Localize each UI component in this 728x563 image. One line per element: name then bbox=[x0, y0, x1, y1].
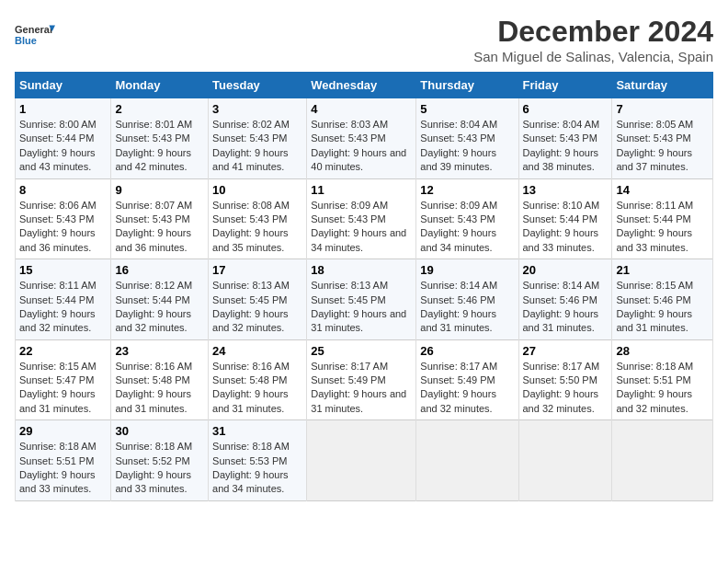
day-daylight: Daylight: 9 hours and 38 minutes. bbox=[523, 147, 599, 172]
day-sunrise: Sunrise: 8:10 AM bbox=[523, 200, 600, 211]
weekday-header: Thursday bbox=[416, 73, 518, 98]
day-sunrise: Sunrise: 8:17 AM bbox=[420, 361, 497, 372]
day-sunset: Sunset: 5:50 PM bbox=[523, 374, 597, 385]
calendar-week-row: 22 Sunrise: 8:15 AM Sunset: 5:47 PM Dayl… bbox=[16, 339, 713, 420]
day-sunset: Sunset: 5:44 PM bbox=[115, 294, 189, 305]
day-sunset: Sunset: 5:48 PM bbox=[115, 374, 189, 385]
day-number: 8 bbox=[19, 183, 107, 197]
day-daylight: Daylight: 9 hours and 31 minutes. bbox=[115, 388, 191, 413]
day-sunset: Sunset: 5:45 PM bbox=[311, 294, 385, 305]
weekday-header-row: SundayMondayTuesdayWednesdayThursdayFrid… bbox=[16, 73, 713, 98]
day-sunset: Sunset: 5:43 PM bbox=[616, 132, 690, 144]
day-number: 5 bbox=[420, 102, 514, 116]
day-sunset: Sunset: 5:43 PM bbox=[311, 213, 385, 224]
page-title: December 2024 bbox=[473, 15, 713, 49]
day-daylight: Daylight: 9 hours and 32 minutes. bbox=[616, 388, 692, 413]
day-number: 17 bbox=[212, 263, 302, 277]
calendar-table: SundayMondayTuesdayWednesdayThursdayFrid… bbox=[15, 72, 713, 501]
day-sunrise: Sunrise: 8:14 AM bbox=[523, 280, 600, 291]
day-sunrise: Sunrise: 8:11 AM bbox=[19, 280, 97, 291]
calendar-cell: 21 Sunrise: 8:15 AM Sunset: 5:46 PM Dayl… bbox=[612, 259, 713, 340]
day-daylight: Daylight: 9 hours and 35 minutes. bbox=[212, 227, 289, 252]
day-daylight: Daylight: 9 hours and 36 minutes. bbox=[115, 227, 191, 252]
calendar-cell: 15 Sunrise: 8:11 AM Sunset: 5:44 PM Dayl… bbox=[16, 259, 111, 340]
day-number: 25 bbox=[311, 344, 412, 358]
day-daylight: Daylight: 9 hours and 39 minutes. bbox=[420, 147, 496, 172]
calendar-cell: 8 Sunrise: 8:06 AM Sunset: 5:43 PM Dayli… bbox=[16, 178, 111, 259]
day-sunset: Sunset: 5:44 PM bbox=[523, 213, 597, 224]
day-sunset: Sunset: 5:43 PM bbox=[420, 213, 495, 224]
day-number: 27 bbox=[523, 344, 609, 358]
day-daylight: Daylight: 9 hours and 34 minutes. bbox=[311, 227, 406, 252]
calendar-cell: 5 Sunrise: 8:04 AM Sunset: 5:43 PM Dayli… bbox=[416, 98, 518, 179]
day-sunset: Sunset: 5:49 PM bbox=[420, 374, 495, 385]
calendar-cell: 24 Sunrise: 8:16 AM Sunset: 5:48 PM Dayl… bbox=[209, 339, 307, 420]
day-number: 3 bbox=[212, 102, 302, 116]
day-daylight: Daylight: 9 hours and 32 minutes. bbox=[19, 308, 96, 333]
day-sunrise: Sunrise: 8:07 AM bbox=[115, 200, 192, 211]
calendar-cell: 27 Sunrise: 8:17 AM Sunset: 5:50 PM Dayl… bbox=[518, 339, 612, 420]
day-daylight: Daylight: 9 hours and 37 minutes. bbox=[616, 147, 692, 172]
calendar-cell: 29 Sunrise: 8:18 AM Sunset: 5:51 PM Dayl… bbox=[16, 420, 111, 501]
day-sunrise: Sunrise: 8:18 AM bbox=[212, 441, 290, 452]
day-sunset: Sunset: 5:43 PM bbox=[115, 132, 189, 144]
day-sunrise: Sunrise: 8:15 AM bbox=[19, 361, 97, 372]
day-daylight: Daylight: 9 hours and 42 minutes. bbox=[115, 147, 191, 172]
day-sunset: Sunset: 5:46 PM bbox=[420, 294, 495, 305]
calendar-cell: 20 Sunrise: 8:14 AM Sunset: 5:46 PM Dayl… bbox=[518, 259, 612, 340]
day-sunrise: Sunrise: 8:04 AM bbox=[420, 119, 497, 130]
day-daylight: Daylight: 9 hours and 36 minutes. bbox=[19, 227, 96, 252]
day-sunset: Sunset: 5:47 PM bbox=[19, 374, 94, 385]
day-number: 2 bbox=[115, 102, 204, 116]
logo-svg: General Blue bbox=[15, 15, 55, 55]
day-number: 11 bbox=[311, 183, 412, 197]
calendar-week-row: 1 Sunrise: 8:00 AM Sunset: 5:44 PM Dayli… bbox=[16, 98, 713, 179]
calendar-cell bbox=[307, 420, 416, 501]
day-number: 20 bbox=[523, 263, 609, 277]
day-daylight: Daylight: 9 hours and 31 minutes. bbox=[311, 388, 406, 413]
day-number: 29 bbox=[19, 424, 107, 438]
day-number: 26 bbox=[420, 344, 514, 358]
day-daylight: Daylight: 9 hours and 33 minutes. bbox=[19, 469, 96, 494]
day-daylight: Daylight: 9 hours and 33 minutes. bbox=[523, 227, 599, 252]
day-number: 4 bbox=[311, 102, 412, 116]
calendar-cell: 19 Sunrise: 8:14 AM Sunset: 5:46 PM Dayl… bbox=[416, 259, 518, 340]
calendar-cell: 17 Sunrise: 8:13 AM Sunset: 5:45 PM Dayl… bbox=[209, 259, 307, 340]
day-number: 23 bbox=[115, 344, 204, 358]
svg-text:General: General bbox=[15, 24, 52, 35]
calendar-cell: 2 Sunrise: 8:01 AM Sunset: 5:43 PM Dayli… bbox=[111, 98, 209, 179]
day-sunset: Sunset: 5:51 PM bbox=[19, 455, 94, 466]
day-number: 7 bbox=[616, 102, 709, 116]
calendar-cell: 14 Sunrise: 8:11 AM Sunset: 5:44 PM Dayl… bbox=[612, 178, 713, 259]
day-sunrise: Sunrise: 8:18 AM bbox=[19, 441, 97, 452]
day-daylight: Daylight: 9 hours and 33 minutes. bbox=[115, 469, 191, 494]
day-sunset: Sunset: 5:43 PM bbox=[212, 132, 287, 144]
day-sunrise: Sunrise: 8:18 AM bbox=[616, 361, 693, 372]
day-sunset: Sunset: 5:46 PM bbox=[523, 294, 597, 305]
day-sunrise: Sunrise: 8:15 AM bbox=[616, 280, 693, 291]
day-number: 6 bbox=[523, 102, 609, 116]
calendar-cell: 3 Sunrise: 8:02 AM Sunset: 5:43 PM Dayli… bbox=[209, 98, 307, 179]
weekday-header: Wednesday bbox=[307, 73, 416, 98]
day-number: 19 bbox=[420, 263, 514, 277]
day-number: 13 bbox=[523, 183, 609, 197]
day-daylight: Daylight: 9 hours and 41 minutes. bbox=[212, 147, 289, 172]
day-number: 1 bbox=[19, 102, 107, 116]
day-sunset: Sunset: 5:48 PM bbox=[212, 374, 287, 385]
day-sunset: Sunset: 5:43 PM bbox=[19, 213, 94, 224]
day-sunrise: Sunrise: 8:13 AM bbox=[311, 280, 388, 291]
day-sunset: Sunset: 5:44 PM bbox=[19, 132, 94, 144]
day-daylight: Daylight: 9 hours and 31 minutes. bbox=[311, 308, 406, 333]
logo: General Blue bbox=[15, 15, 55, 55]
day-sunrise: Sunrise: 8:08 AM bbox=[212, 200, 290, 211]
day-number: 9 bbox=[115, 183, 204, 197]
weekday-header: Friday bbox=[518, 73, 612, 98]
day-sunrise: Sunrise: 8:13 AM bbox=[212, 280, 290, 291]
day-sunrise: Sunrise: 8:12 AM bbox=[115, 280, 192, 291]
calendar-cell: 30 Sunrise: 8:18 AM Sunset: 5:52 PM Dayl… bbox=[111, 420, 209, 501]
calendar-cell: 25 Sunrise: 8:17 AM Sunset: 5:49 PM Dayl… bbox=[307, 339, 416, 420]
calendar-cell: 13 Sunrise: 8:10 AM Sunset: 5:44 PM Dayl… bbox=[518, 178, 612, 259]
day-sunrise: Sunrise: 8:18 AM bbox=[115, 441, 192, 452]
header: General Blue December 2024 San Miguel de… bbox=[15, 15, 713, 64]
day-daylight: Daylight: 9 hours and 32 minutes. bbox=[523, 388, 599, 413]
